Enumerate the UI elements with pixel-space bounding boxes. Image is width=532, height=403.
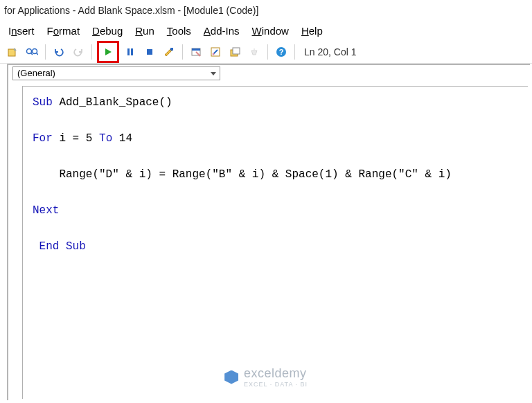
menu-tools[interactable]: Tools	[161, 22, 197, 39]
svg-rect-10	[192, 48, 200, 51]
design-mode-icon[interactable]	[161, 44, 177, 60]
separator	[91, 44, 92, 60]
object-dropdown[interactable]: (General)	[12, 66, 220, 80]
code-dropdown-bar: (General)	[8, 65, 530, 82]
stop-icon[interactable]	[141, 44, 158, 60]
svg-point-3	[33, 48, 37, 53]
help-icon[interactable]: ?	[273, 44, 290, 60]
find-icon[interactable]	[24, 44, 40, 60]
toolbar: ? Ln 20, Col 1	[0, 40, 532, 64]
code-text: Sub Add_Blank_Space() For i = 5 To 14 Ra…	[23, 87, 528, 258]
project-explorer-icon[interactable]	[188, 44, 204, 60]
menu-addins[interactable]: Add-Ins	[198, 22, 245, 39]
svg-line-4	[37, 53, 39, 55]
cursor-position: Ln 20, Col 1	[304, 46, 357, 57]
properties-icon[interactable]	[207, 44, 224, 60]
window-title: for Applications - Add Blank Space.xlsm …	[0, 0, 532, 21]
svg-rect-14	[233, 48, 240, 54]
export-icon[interactable]	[4, 44, 21, 60]
svg-rect-8	[170, 48, 173, 51]
run-button-highlight	[97, 41, 119, 63]
object-browser-icon[interactable]	[227, 44, 243, 60]
separator	[267, 44, 268, 60]
code-window: (General) Sub Add_Blank_Space() For i = …	[7, 64, 530, 400]
svg-text:?: ?	[279, 48, 284, 56]
svg-point-12	[213, 53, 215, 55]
menu-run[interactable]: Run	[130, 22, 160, 39]
toolbox-icon[interactable]	[246, 44, 263, 60]
separator	[182, 44, 183, 60]
menu-format[interactable]: Format	[42, 22, 86, 39]
svg-point-1	[27, 48, 32, 53]
menu-debug[interactable]: Debug	[87, 22, 128, 39]
menu-help[interactable]: Help	[296, 22, 328, 39]
undo-icon[interactable]	[51, 44, 67, 60]
menu-insert[interactable]: Insert	[3, 22, 40, 39]
pause-icon[interactable]	[122, 44, 139, 60]
separator	[294, 44, 295, 60]
code-editor[interactable]: Sub Add_Blank_Space() For i = 5 To 14 Ra…	[22, 86, 528, 399]
svg-rect-6	[131, 48, 133, 55]
separator	[45, 44, 46, 60]
watermark-brand: exceldemy	[244, 366, 308, 381]
menu-window[interactable]: Window	[247, 22, 294, 39]
svg-rect-7	[147, 49, 152, 55]
svg-line-2	[31, 53, 33, 55]
svg-rect-5	[127, 48, 130, 55]
redo-icon[interactable]	[70, 44, 87, 60]
watermark: exceldemy EXCEL · DATA · BI	[224, 366, 308, 388]
run-button[interactable]	[100, 44, 116, 60]
menu-bar: Insert Format Debug Run Tools Add-Ins Wi…	[0, 21, 532, 40]
watermark-tagline: EXCEL · DATA · BI	[244, 381, 308, 388]
watermark-logo-icon	[224, 370, 238, 384]
